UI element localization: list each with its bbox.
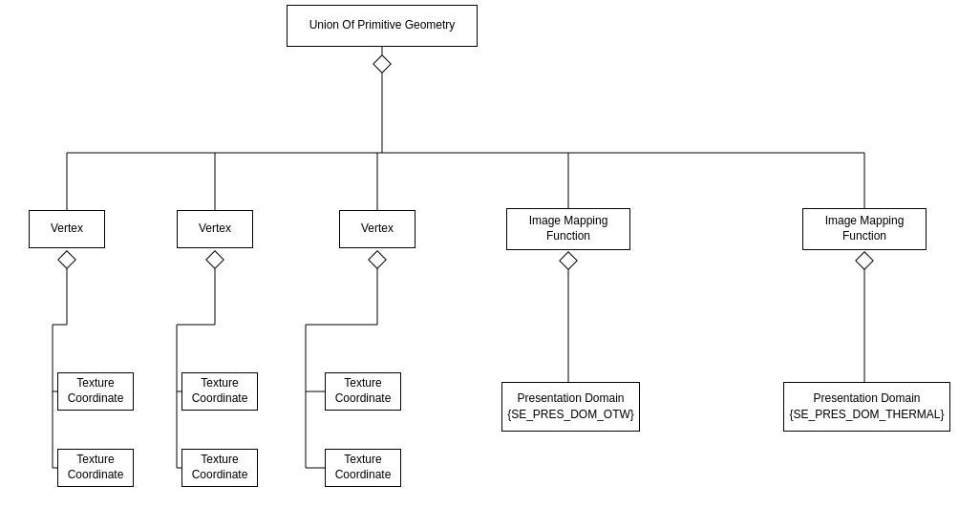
tc1a-box: Texture Coordinate <box>57 372 134 411</box>
tc2a-box: Texture Coordinate <box>181 372 258 411</box>
tc1a-label: Texture Coordinate <box>64 376 127 406</box>
imf2-box: Image Mapping Function <box>802 208 927 250</box>
vertex3-diamond <box>368 250 387 269</box>
vertex1-box: Vertex <box>29 210 105 248</box>
tc3a-box: Texture Coordinate <box>325 372 401 411</box>
tc2a-label: Texture Coordinate <box>188 376 251 406</box>
tc2b-box: Texture Coordinate <box>181 449 258 487</box>
pd2-box: Presentation Domain{SE_PRES_DOM_THERMAL} <box>783 382 950 432</box>
tc3b-label: Texture Coordinate <box>331 453 394 482</box>
tc3a-label: Texture Coordinate <box>331 376 394 406</box>
vertex3-label: Vertex <box>361 222 394 237</box>
pd1-box: Presentation Domain{SE_PRES_DOM_OTW} <box>501 382 640 432</box>
vertex1-label: Vertex <box>51 222 83 237</box>
vertex3-box: Vertex <box>339 210 415 248</box>
imf1-diamond <box>559 251 578 270</box>
imf1-box: Image Mapping Function <box>506 208 630 250</box>
diagram: Union Of Primitive Geometry Vertex Verte… <box>0 0 980 528</box>
imf1-label: Image Mapping Function <box>513 214 624 243</box>
connector-lines <box>0 0 980 528</box>
tc3b-box: Texture Coordinate <box>325 449 401 487</box>
pd1-label: Presentation Domain{SE_PRES_DOM_OTW} <box>507 391 634 423</box>
tc1b-box: Texture Coordinate <box>57 449 134 487</box>
vertex2-box: Vertex <box>177 210 253 248</box>
vertex1-diamond <box>57 250 76 269</box>
pd2-label: Presentation Domain{SE_PRES_DOM_THERMAL} <box>789 391 944 423</box>
tc2b-label: Texture Coordinate <box>188 453 251 482</box>
vertex2-diamond <box>205 250 224 269</box>
imf2-label: Image Mapping Function <box>809 214 920 243</box>
imf2-diamond <box>855 251 874 270</box>
tc1b-label: Texture Coordinate <box>64 453 127 482</box>
root-label: Union Of Primitive Geometry <box>309 18 456 33</box>
root-diamond <box>373 54 392 74</box>
vertex2-label: Vertex <box>199 222 231 237</box>
root-box: Union Of Primitive Geometry <box>287 5 478 47</box>
